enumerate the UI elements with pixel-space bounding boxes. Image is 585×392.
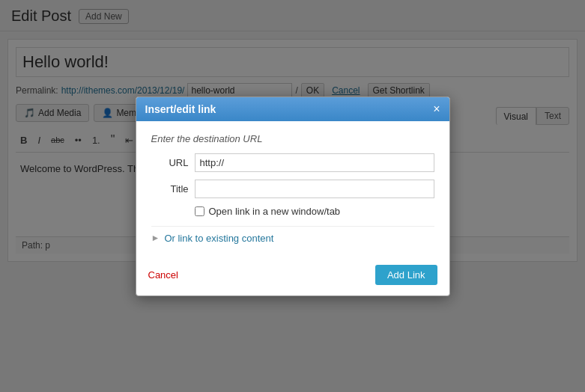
- or-link-existing-button[interactable]: Or link to existing content: [164, 233, 273, 244]
- add-link-button[interactable]: Add Link: [375, 265, 437, 285]
- url-label: URL: [151, 157, 189, 168]
- dialog-cancel-button[interactable]: Cancel: [148, 269, 178, 281]
- dialog-header: Insert/edit link ×: [136, 97, 449, 121]
- dialog-body: Enter the destination URL URL Title Open…: [136, 121, 449, 259]
- title-input[interactable]: [195, 180, 434, 198]
- url-row: URL: [151, 153, 434, 172]
- modal-overlay[interactable]: Insert/edit link × Enter the destination…: [0, 0, 585, 392]
- title-row: Title: [151, 180, 434, 198]
- dialog-close-button[interactable]: ×: [433, 103, 440, 115]
- url-input[interactable]: [195, 153, 434, 172]
- dialog-instruction: Enter the destination URL: [151, 133, 434, 144]
- title-label: Title: [151, 183, 189, 195]
- checkbox-row: Open link in a new window/tab: [195, 206, 434, 217]
- new-window-checkbox[interactable]: [195, 206, 204, 216]
- dialog-footer: Cancel Add Link: [136, 259, 449, 295]
- or-link-row: ► Or link to existing content: [151, 226, 434, 247]
- dialog-title: Insert/edit link: [145, 103, 216, 115]
- or-link-arrow-icon: ►: [151, 233, 160, 243]
- insert-link-dialog: Insert/edit link × Enter the destination…: [136, 97, 450, 296]
- new-window-label[interactable]: Open link in a new window/tab: [209, 206, 341, 217]
